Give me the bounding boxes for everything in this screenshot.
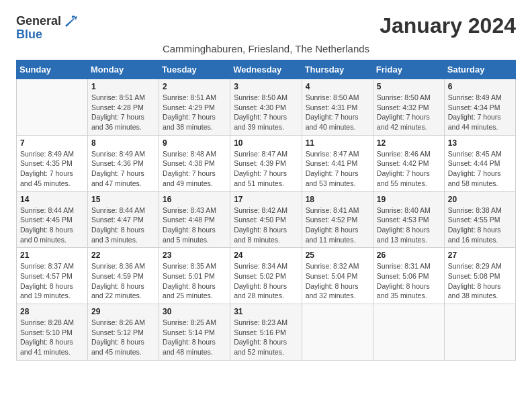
day-number: 7 xyxy=(20,138,84,148)
header-saturday: Saturday xyxy=(444,60,515,79)
day-number: 16 xyxy=(163,195,226,204)
day-info: Sunrise: 8:31 AM Sunset: 5:06 PM Dayligh… xyxy=(377,261,441,301)
day-info: Sunrise: 8:50 AM Sunset: 4:31 PM Dayligh… xyxy=(306,93,369,132)
calendar-week-row: 1Sunrise: 8:51 AM Sunset: 4:28 PM Daylig… xyxy=(17,79,516,136)
logo-blue: Blue xyxy=(16,28,42,40)
calendar-cell: 15Sunrise: 8:44 AM Sunset: 4:47 PM Dayli… xyxy=(88,191,159,248)
calendar-cell: 8Sunrise: 8:49 AM Sunset: 4:36 PM Daylig… xyxy=(88,135,159,191)
calendar-cell: 12Sunrise: 8:46 AM Sunset: 4:42 PM Dayli… xyxy=(373,135,444,191)
calendar-cell: 25Sunrise: 8:32 AM Sunset: 5:04 PM Dayli… xyxy=(302,248,373,304)
day-info: Sunrise: 8:40 AM Sunset: 4:53 PM Dayligh… xyxy=(377,205,441,245)
header: General Blue January 2024 xyxy=(16,13,516,40)
header-sunday: Sunday xyxy=(17,60,88,79)
day-info: Sunrise: 8:47 AM Sunset: 4:41 PM Dayligh… xyxy=(306,149,369,189)
calendar-cell: 9Sunrise: 8:48 AM Sunset: 4:38 PM Daylig… xyxy=(159,135,230,191)
calendar-week-row: 7Sunrise: 8:49 AM Sunset: 4:35 PM Daylig… xyxy=(17,135,516,191)
header-wednesday: Wednesday xyxy=(230,60,302,79)
calendar-cell: 18Sunrise: 8:41 AM Sunset: 4:52 PM Dayli… xyxy=(302,191,373,248)
calendar-cell xyxy=(444,304,515,361)
calendar-cell: 26Sunrise: 8:31 AM Sunset: 5:06 PM Dayli… xyxy=(373,248,444,304)
day-number: 17 xyxy=(234,195,298,204)
day-number: 5 xyxy=(377,82,441,91)
day-info: Sunrise: 8:25 AM Sunset: 5:14 PM Dayligh… xyxy=(163,318,226,357)
day-number: 23 xyxy=(163,250,226,260)
day-number: 11 xyxy=(306,138,369,148)
day-info: Sunrise: 8:44 AM Sunset: 4:45 PM Dayligh… xyxy=(20,205,84,245)
calendar-cell: 3Sunrise: 8:50 AM Sunset: 4:30 PM Daylig… xyxy=(230,79,302,136)
calendar-week-row: 14Sunrise: 8:44 AM Sunset: 4:45 PM Dayli… xyxy=(17,191,516,248)
calendar-cell: 5Sunrise: 8:50 AM Sunset: 4:32 PM Daylig… xyxy=(373,79,444,136)
header-tuesday: Tuesday xyxy=(159,60,230,79)
day-info: Sunrise: 8:49 AM Sunset: 4:35 PM Dayligh… xyxy=(20,149,84,189)
calendar-cell: 21Sunrise: 8:37 AM Sunset: 4:57 PM Dayli… xyxy=(17,248,88,304)
day-number: 26 xyxy=(377,250,441,260)
header-monday: Monday xyxy=(88,60,159,79)
day-info: Sunrise: 8:32 AM Sunset: 5:04 PM Dayligh… xyxy=(306,261,369,301)
day-number: 2 xyxy=(163,82,226,91)
day-info: Sunrise: 8:49 AM Sunset: 4:36 PM Dayligh… xyxy=(91,149,155,189)
day-number: 25 xyxy=(306,250,369,260)
day-number: 3 xyxy=(234,82,298,91)
day-number: 28 xyxy=(20,307,84,316)
logo-general: General xyxy=(16,15,61,27)
day-info: Sunrise: 8:50 AM Sunset: 4:32 PM Dayligh… xyxy=(377,93,441,132)
calendar-cell: 4Sunrise: 8:50 AM Sunset: 4:31 PM Daylig… xyxy=(302,79,373,136)
day-number: 10 xyxy=(234,138,298,148)
header-friday: Friday xyxy=(373,60,444,79)
day-info: Sunrise: 8:41 AM Sunset: 4:52 PM Dayligh… xyxy=(306,205,369,245)
day-info: Sunrise: 8:38 AM Sunset: 4:55 PM Dayligh… xyxy=(448,205,512,245)
calendar-week-row: 21Sunrise: 8:37 AM Sunset: 4:57 PM Dayli… xyxy=(17,248,516,304)
logo-icon xyxy=(62,13,77,28)
day-number: 31 xyxy=(234,307,298,316)
day-number: 12 xyxy=(377,138,441,148)
day-info: Sunrise: 8:48 AM Sunset: 4:38 PM Dayligh… xyxy=(163,149,226,189)
calendar-cell: 29Sunrise: 8:26 AM Sunset: 5:12 PM Dayli… xyxy=(88,304,159,361)
calendar-cell: 27Sunrise: 8:29 AM Sunset: 5:08 PM Dayli… xyxy=(444,248,515,304)
day-number: 21 xyxy=(20,250,84,260)
calendar-cell: 14Sunrise: 8:44 AM Sunset: 4:45 PM Dayli… xyxy=(17,191,88,248)
header-thursday: Thursday xyxy=(302,60,373,79)
day-number: 8 xyxy=(91,138,155,148)
day-number: 19 xyxy=(377,195,441,204)
day-info: Sunrise: 8:42 AM Sunset: 4:50 PM Dayligh… xyxy=(234,205,298,245)
day-info: Sunrise: 8:44 AM Sunset: 4:47 PM Dayligh… xyxy=(91,205,155,245)
day-number: 15 xyxy=(91,195,155,204)
calendar-cell: 30Sunrise: 8:25 AM Sunset: 5:14 PM Dayli… xyxy=(159,304,230,361)
day-number: 13 xyxy=(448,138,512,148)
day-number: 18 xyxy=(306,195,369,204)
day-info: Sunrise: 8:26 AM Sunset: 5:12 PM Dayligh… xyxy=(91,318,155,357)
day-info: Sunrise: 8:45 AM Sunset: 4:44 PM Dayligh… xyxy=(448,149,512,189)
calendar-header-row: Sunday Monday Tuesday Wednesday Thursday… xyxy=(17,60,516,79)
month-title: January 2024 xyxy=(380,13,516,38)
day-number: 29 xyxy=(91,307,155,316)
day-info: Sunrise: 8:51 AM Sunset: 4:29 PM Dayligh… xyxy=(163,93,226,132)
day-info: Sunrise: 8:23 AM Sunset: 5:16 PM Dayligh… xyxy=(234,318,298,357)
day-number: 9 xyxy=(163,138,226,148)
calendar-cell: 1Sunrise: 8:51 AM Sunset: 4:28 PM Daylig… xyxy=(88,79,159,136)
logo: General Blue xyxy=(16,13,77,40)
day-info: Sunrise: 8:43 AM Sunset: 4:48 PM Dayligh… xyxy=(163,205,226,245)
calendar-cell: 7Sunrise: 8:49 AM Sunset: 4:35 PM Daylig… xyxy=(17,135,88,191)
calendar-cell xyxy=(373,304,444,361)
calendar-cell: 31Sunrise: 8:23 AM Sunset: 5:16 PM Dayli… xyxy=(230,304,302,361)
day-info: Sunrise: 8:51 AM Sunset: 4:28 PM Dayligh… xyxy=(91,93,155,132)
day-number: 4 xyxy=(306,82,369,91)
calendar-cell: 17Sunrise: 8:42 AM Sunset: 4:50 PM Dayli… xyxy=(230,191,302,248)
day-info: Sunrise: 8:47 AM Sunset: 4:39 PM Dayligh… xyxy=(234,149,298,189)
calendar-cell xyxy=(302,304,373,361)
day-number: 1 xyxy=(91,82,155,91)
calendar-cell: 16Sunrise: 8:43 AM Sunset: 4:48 PM Dayli… xyxy=(159,191,230,248)
day-info: Sunrise: 8:28 AM Sunset: 5:10 PM Dayligh… xyxy=(20,318,84,357)
calendar-cell: 23Sunrise: 8:35 AM Sunset: 5:01 PM Dayli… xyxy=(159,248,230,304)
day-info: Sunrise: 8:34 AM Sunset: 5:02 PM Dayligh… xyxy=(234,261,298,301)
calendar-week-row: 28Sunrise: 8:28 AM Sunset: 5:10 PM Dayli… xyxy=(17,304,516,361)
calendar-cell: 22Sunrise: 8:36 AM Sunset: 4:59 PM Dayli… xyxy=(88,248,159,304)
calendar-cell: 13Sunrise: 8:45 AM Sunset: 4:44 PM Dayli… xyxy=(444,135,515,191)
day-number: 6 xyxy=(448,82,512,91)
day-number: 22 xyxy=(91,250,155,260)
day-info: Sunrise: 8:50 AM Sunset: 4:30 PM Dayligh… xyxy=(234,93,298,132)
day-info: Sunrise: 8:36 AM Sunset: 4:59 PM Dayligh… xyxy=(91,261,155,301)
day-info: Sunrise: 8:29 AM Sunset: 5:08 PM Dayligh… xyxy=(448,261,512,301)
day-number: 24 xyxy=(234,250,298,260)
day-info: Sunrise: 8:37 AM Sunset: 4:57 PM Dayligh… xyxy=(20,261,84,301)
